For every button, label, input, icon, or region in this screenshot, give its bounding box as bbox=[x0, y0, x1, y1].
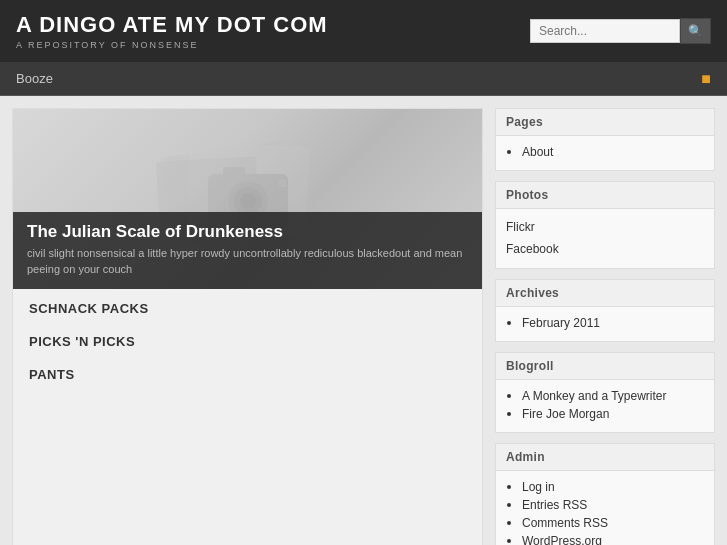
widget-archives: Archives February 2011 bbox=[495, 279, 715, 342]
widget-blogroll-title: Blogroll bbox=[496, 353, 714, 380]
svg-rect-8 bbox=[278, 179, 286, 187]
widget-admin: Admin Log in Entries RSS Comments RSS Wo… bbox=[495, 443, 715, 545]
widget-photos: Photos Flickr Facebook bbox=[495, 181, 715, 269]
post-list: SCHNACK PACKS PICKS 'N PICKS PANTS bbox=[13, 289, 482, 412]
archives-link-feb2011[interactable]: February 2011 bbox=[522, 316, 600, 330]
search-input[interactable] bbox=[530, 19, 680, 43]
pages-link-about[interactable]: About bbox=[522, 145, 553, 159]
nav-links: Booze bbox=[16, 71, 69, 86]
post-link-1[interactable]: PICKS 'N PICKS bbox=[29, 334, 466, 349]
widget-archives-title: Archives bbox=[496, 280, 714, 307]
widget-photos-title: Photos bbox=[496, 182, 714, 209]
site-header: A DINGO ATE MY DOT COM A REPOSITORY OF N… bbox=[0, 0, 727, 62]
sidebar: Pages About Photos Flickr Facebook Archi… bbox=[495, 108, 715, 545]
blogroll-link-firejoe[interactable]: Fire Joe Morgan bbox=[522, 407, 609, 421]
post-link-2[interactable]: PANTS bbox=[29, 367, 466, 382]
widget-admin-title: Admin bbox=[496, 444, 714, 471]
search-button[interactable]: 🔍 bbox=[680, 18, 711, 44]
nav-link-booze[interactable]: Booze bbox=[16, 71, 53, 86]
widget-photos-content: Flickr Facebook bbox=[496, 209, 714, 268]
featured-overlay: The Julian Scale of Drunkeness civil sli… bbox=[13, 212, 482, 289]
admin-link-login[interactable]: Log in bbox=[522, 480, 555, 494]
post-link-0[interactable]: SCHNACK PACKS bbox=[29, 301, 466, 316]
photos-link-flickr[interactable]: Flickr bbox=[506, 217, 704, 239]
blogroll-link-monkey[interactable]: A Monkey and a Typewriter bbox=[522, 389, 667, 403]
widget-admin-content: Log in Entries RSS Comments RSS WordPres… bbox=[496, 471, 714, 545]
widget-blogroll-content: A Monkey and a Typewriter Fire Joe Morga… bbox=[496, 380, 714, 432]
navbar: Booze ■ bbox=[0, 62, 727, 96]
search-area: 🔍 bbox=[530, 18, 711, 44]
admin-link-comments-rss[interactable]: Comments RSS bbox=[522, 516, 608, 530]
main-wrapper: The Julian Scale of Drunkeness civil sli… bbox=[0, 96, 727, 545]
featured-image[interactable]: The Julian Scale of Drunkeness civil sli… bbox=[13, 109, 482, 289]
widget-pages-title: Pages bbox=[496, 109, 714, 136]
photos-link-facebook[interactable]: Facebook bbox=[506, 239, 704, 261]
rss-icon[interactable]: ■ bbox=[701, 70, 711, 88]
featured-title[interactable]: The Julian Scale of Drunkeness bbox=[27, 222, 468, 242]
widget-pages: Pages About bbox=[495, 108, 715, 171]
content-area: The Julian Scale of Drunkeness civil sli… bbox=[12, 108, 483, 545]
site-title-area: A DINGO ATE MY DOT COM A REPOSITORY OF N… bbox=[16, 12, 328, 50]
svg-rect-7 bbox=[223, 167, 245, 179]
svg-point-6 bbox=[240, 193, 256, 209]
featured-desc: civil slight nonsensical a little hyper … bbox=[27, 246, 468, 277]
widget-blogroll: Blogroll A Monkey and a Typewriter Fire … bbox=[495, 352, 715, 433]
site-subtitle: A REPOSITORY OF NONSENSE bbox=[16, 40, 328, 50]
admin-link-wordpress[interactable]: WordPress.org bbox=[522, 534, 602, 545]
widget-pages-content: About bbox=[496, 136, 714, 170]
widget-archives-content: February 2011 bbox=[496, 307, 714, 341]
site-title[interactable]: A DINGO ATE MY DOT COM bbox=[16, 12, 328, 38]
admin-link-entries-rss[interactable]: Entries RSS bbox=[522, 498, 587, 512]
